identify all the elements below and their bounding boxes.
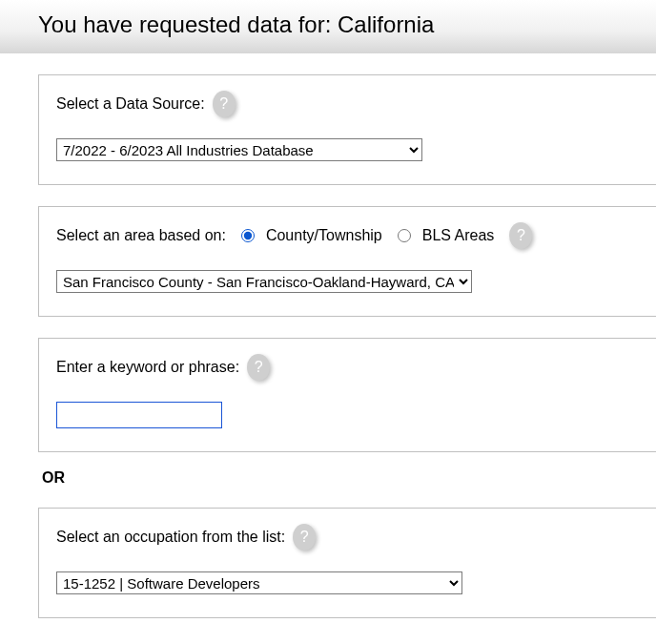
help-icon[interactable]: ?	[293, 524, 316, 551]
keyword-label: Enter a keyword or phrase:	[56, 359, 239, 376]
radio-bls[interactable]	[398, 229, 411, 242]
area-select[interactable]: San Francisco County - San Francisco-Oak…	[56, 270, 472, 293]
datasource-section: Select a Data Source: ? 7/2022 - 6/2023 …	[38, 74, 656, 185]
keyword-section: Enter a keyword or phrase: ?	[38, 338, 656, 452]
radio-bls-label[interactable]: BLS Areas	[422, 227, 495, 244]
occupation-select[interactable]: 15-1252 | Software Developers	[56, 571, 462, 594]
datasource-select[interactable]: 7/2022 - 6/2023 All Industries Database	[56, 138, 422, 161]
occupation-section: Select an occupation from the list: ? 15…	[38, 508, 656, 618]
occupation-label: Select an occupation from the list:	[56, 529, 285, 546]
radio-county-label[interactable]: County/Township	[266, 227, 382, 244]
or-separator: OR	[42, 469, 656, 487]
radio-county[interactable]	[241, 229, 255, 242]
page-title: You have requested data for: California	[0, 0, 656, 53]
datasource-label: Select a Data Source:	[56, 95, 205, 113]
keyword-input[interactable]	[56, 402, 222, 428]
form-content: Select a Data Source: ? 7/2022 - 6/2023 …	[0, 74, 656, 618]
help-icon[interactable]: ?	[247, 354, 270, 381]
area-label: Select an area based on:	[56, 227, 226, 244]
help-icon[interactable]: ?	[213, 91, 236, 117]
area-section: Select an area based on: County/Township…	[38, 206, 656, 317]
help-icon[interactable]: ?	[509, 222, 532, 249]
